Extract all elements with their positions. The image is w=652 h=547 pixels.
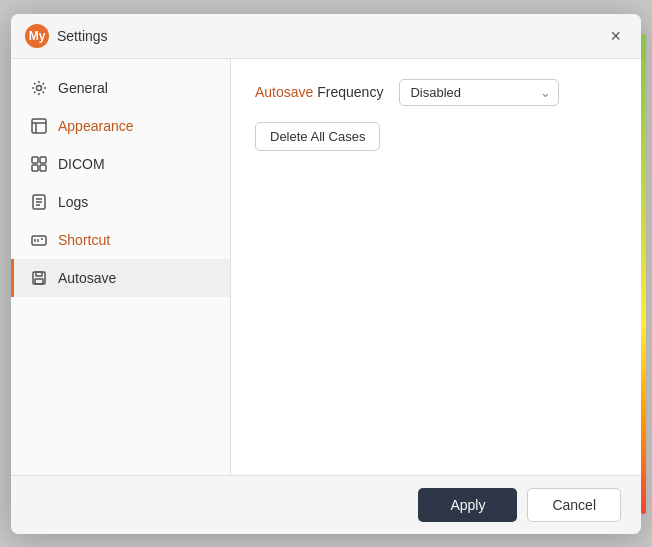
- main-panel: Autosave Frequency Disabled 1 min 5 min …: [231, 59, 641, 475]
- color-edge-strip: [641, 34, 646, 514]
- svg-point-0: [37, 85, 42, 90]
- sidebar-item-logs[interactable]: Logs: [11, 183, 230, 221]
- dialog-wrapper: My Settings × General: [11, 14, 641, 534]
- sidebar-item-general[interactable]: General: [11, 69, 230, 107]
- delete-cases-row: Delete All Cases: [255, 122, 617, 151]
- autosave-icon: [30, 269, 48, 287]
- svg-rect-17: [36, 272, 42, 276]
- dialog-title: Settings: [57, 28, 604, 44]
- sidebar-label-logs: Logs: [58, 194, 88, 210]
- cancel-button[interactable]: Cancel: [527, 488, 621, 522]
- close-button[interactable]: ×: [604, 25, 627, 47]
- sidebar-label-shortcut: Shortcut: [58, 232, 110, 248]
- logs-icon: [30, 193, 48, 211]
- gear-icon: [30, 79, 48, 97]
- dicom-icon: [30, 155, 48, 173]
- svg-rect-4: [32, 157, 38, 163]
- sidebar-item-autosave[interactable]: Autosave: [11, 259, 230, 297]
- svg-rect-5: [40, 157, 46, 163]
- dialog-footer: Apply Cancel: [11, 475, 641, 534]
- sidebar-label-autosave: Autosave: [58, 270, 116, 286]
- svg-rect-1: [32, 119, 46, 133]
- svg-rect-12: [32, 236, 46, 245]
- autosave-frequency-row: Autosave Frequency Disabled 1 min 5 min …: [255, 79, 617, 106]
- sidebar: General Appearance: [11, 59, 231, 475]
- frequency-select-wrapper: Disabled 1 min 5 min 10 min 30 min ⌄: [399, 79, 559, 106]
- sidebar-item-appearance[interactable]: Appearance: [11, 107, 230, 145]
- svg-rect-6: [32, 165, 38, 171]
- settings-dialog: My Settings × General: [11, 14, 641, 534]
- appearance-icon: [30, 117, 48, 135]
- apply-button[interactable]: Apply: [418, 488, 517, 522]
- svg-rect-18: [35, 279, 43, 284]
- sidebar-item-shortcut[interactable]: Shortcut: [11, 221, 230, 259]
- sidebar-label-general: General: [58, 80, 108, 96]
- svg-rect-7: [40, 165, 46, 171]
- shortcut-icon: [30, 231, 48, 249]
- title-bar: My Settings ×: [11, 14, 641, 59]
- frequency-select[interactable]: Disabled 1 min 5 min 10 min 30 min: [399, 79, 559, 106]
- sidebar-label-appearance: Appearance: [58, 118, 134, 134]
- app-logo: My: [25, 24, 49, 48]
- dialog-content: General Appearance: [11, 59, 641, 475]
- sidebar-item-dicom[interactable]: DICOM: [11, 145, 230, 183]
- sidebar-label-dicom: DICOM: [58, 156, 105, 172]
- autosave-frequency-label: Autosave Frequency: [255, 84, 383, 100]
- delete-all-cases-button[interactable]: Delete All Cases: [255, 122, 380, 151]
